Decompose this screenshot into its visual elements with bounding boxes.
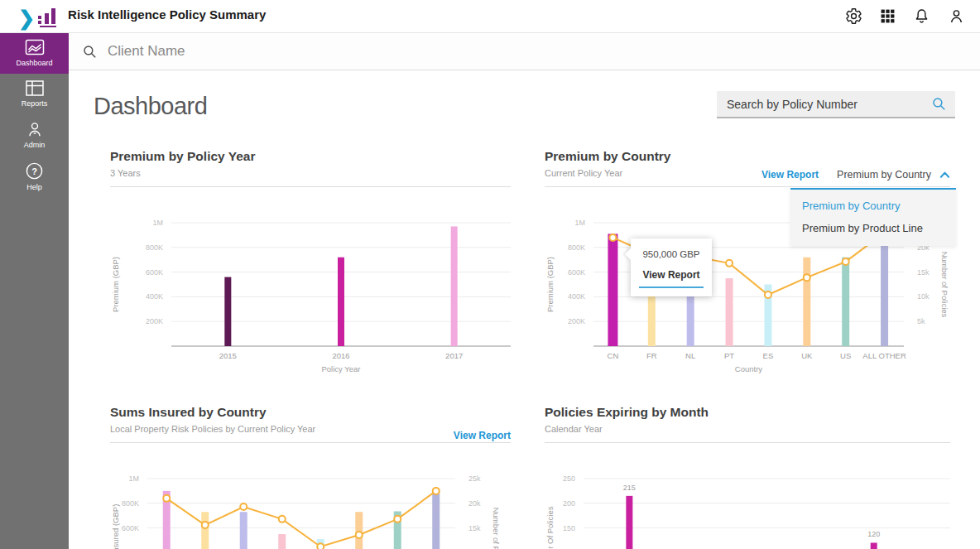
svg-text:200K: 200K <box>146 317 163 325</box>
help-question-icon: ? <box>25 161 44 181</box>
sidebar-item-label: Dashboard <box>16 59 52 67</box>
app-logo: ❯ <box>18 6 60 27</box>
logo-chevron-icon: ❯ <box>18 9 35 27</box>
svg-text:2016: 2016 <box>332 351 349 360</box>
svg-text:25k: 25k <box>468 474 481 483</box>
apps-grid-icon[interactable] <box>880 8 896 24</box>
svg-text:1M: 1M <box>574 219 585 227</box>
svg-text:US: US <box>840 351 851 360</box>
svg-text:?: ? <box>31 166 37 176</box>
svg-text:800K: 800K <box>568 243 585 252</box>
policy-number-search <box>717 91 955 118</box>
chart-panel-premium-by-policy-year: Premium by Policy Year 3 Years 200K400K6… <box>110 149 511 380</box>
sums-insured-by-country-chart[interactable]: 200K400K600K800K1M5k10k15k20k25kCNFRNLPT… <box>110 444 511 549</box>
chart-metric-dropdown[interactable]: Premium by Country <box>837 169 950 181</box>
divider <box>110 186 511 187</box>
svg-text:Number Of Policies: Number Of Policies <box>545 506 555 549</box>
app-header: ❯ Risk Intelligence Policy Summary <box>0 0 980 33</box>
divider <box>110 442 511 443</box>
svg-text:200: 200 <box>563 499 575 508</box>
svg-text:ES: ES <box>763 351 774 360</box>
svg-text:2017: 2017 <box>445 351 463 360</box>
tooltip-value: 950,000 GBP <box>636 249 707 259</box>
sidebar-item-reports[interactable]: Reports <box>0 74 69 114</box>
chart-title: Sums Insured by Country <box>110 405 511 420</box>
sidebar-item-admin[interactable]: Admin <box>0 114 69 156</box>
svg-text:ALL OTHER: ALL OTHER <box>862 351 906 360</box>
svg-text:20k: 20k <box>468 499 481 508</box>
chart-panel-sums-insured-by-country: Sums Insured by Country Local Property R… <box>110 405 511 549</box>
chart-tooltip: 950,000 GBP View Report <box>631 238 712 296</box>
svg-text:215: 215 <box>623 484 636 492</box>
svg-text:400K: 400K <box>146 292 163 301</box>
view-report-link[interactable]: View Report <box>761 169 819 181</box>
svg-text:Number of Policies: Number of Policies <box>492 508 501 549</box>
svg-text:UK: UK <box>801 351 813 360</box>
tooltip-underline <box>639 287 704 288</box>
client-search-bar <box>69 33 980 70</box>
chevron-up-icon <box>939 171 950 179</box>
premium-by-policy-year-chart[interactable]: 200K400K600K800K1M201520162017Policy Yea… <box>110 188 511 380</box>
svg-text:600K: 600K <box>122 524 139 532</box>
svg-text:Number of Policies: Number of Policies <box>940 252 949 318</box>
notifications-bell-icon[interactable] <box>913 7 930 25</box>
settings-gear-icon[interactable] <box>845 7 862 25</box>
logo-bars-icon <box>37 6 60 27</box>
search-icon <box>82 44 98 60</box>
sidebar-item-label: Help <box>26 183 42 191</box>
user-profile-icon[interactable] <box>948 7 965 25</box>
tooltip-view-report-link[interactable]: View Report <box>636 269 707 281</box>
divider <box>545 186 950 187</box>
svg-text:PT: PT <box>724 351 734 360</box>
policy-number-input[interactable] <box>727 98 931 111</box>
policies-expiring-by-month-chart[interactable]: 50100150200250215120JanFebMarAprMayJunJu… <box>545 444 950 549</box>
chart-subtitle: 3 Years <box>110 168 511 178</box>
svg-text:NL: NL <box>685 351 695 360</box>
svg-text:250: 250 <box>563 474 575 483</box>
sidebar-item-help[interactable]: ? Help <box>0 156 69 198</box>
chart-panel-premium-by-country: Premium by Country Current Policy Year V… <box>545 149 950 380</box>
chart-panel-policies-expiring-by-month: Policies Expiring by Month Calendar Year… <box>545 405 950 549</box>
dropdown-menu: Premium by Country Premium by Product Li… <box>790 188 956 246</box>
dropdown-option-premium-by-country[interactable]: Premium by Country <box>790 195 956 217</box>
svg-text:CN: CN <box>608 351 619 360</box>
sidebar: Dashboard Reports Admin ? Help <box>0 33 69 549</box>
svg-text:Premium (GBP): Premium (GBP) <box>111 257 120 312</box>
app-title: Risk Intelligence Policy Summary <box>68 7 266 22</box>
chart-subtitle: Local Property Risk Policies by Current … <box>110 424 511 434</box>
svg-text:800K: 800K <box>122 499 139 508</box>
dropdown-selected-value: Premium by Country <box>837 169 931 181</box>
svg-text:120: 120 <box>867 530 880 538</box>
svg-text:Sums Insured (GBP): Sums Insured (GBP) <box>111 504 120 549</box>
svg-text:1M: 1M <box>128 474 139 483</box>
svg-text:Country: Country <box>735 364 763 373</box>
svg-text:400K: 400K <box>568 292 585 301</box>
sidebar-item-label: Reports <box>22 99 48 108</box>
svg-text:2015: 2015 <box>219 351 237 360</box>
admin-user-icon <box>25 120 45 138</box>
view-report-link[interactable]: View Report <box>454 430 511 441</box>
dropdown-option-premium-by-product-line[interactable]: Premium by Product Line <box>790 217 956 239</box>
svg-text:Policy Year: Policy Year <box>321 364 360 373</box>
svg-text:15k: 15k <box>917 268 930 277</box>
sidebar-item-dashboard[interactable]: Dashboard <box>0 33 69 74</box>
chart-subtitle: Calendar Year <box>545 424 950 434</box>
dashboard-chart-icon <box>25 39 45 56</box>
policy-search-icon[interactable] <box>931 96 947 112</box>
client-name-input[interactable] <box>108 43 604 60</box>
svg-text:FR: FR <box>646 351 657 360</box>
svg-text:15k: 15k <box>468 524 481 532</box>
svg-text:150: 150 <box>563 524 575 532</box>
svg-text:5k: 5k <box>917 317 925 325</box>
svg-text:Premium (GBP): Premium (GBP) <box>545 257 555 312</box>
main-content: Dashboard Premium by Policy Year 3 Years… <box>69 70 980 549</box>
reports-table-icon <box>25 79 45 97</box>
svg-text:1M: 1M <box>152 219 163 227</box>
divider <box>545 442 950 443</box>
svg-text:200K: 200K <box>568 317 585 325</box>
svg-text:800K: 800K <box>146 243 163 252</box>
sidebar-item-label: Admin <box>24 141 46 149</box>
svg-text:600K: 600K <box>146 268 163 277</box>
chart-title: Premium by Country <box>545 149 950 164</box>
chart-title: Policies Expiring by Month <box>545 405 950 420</box>
